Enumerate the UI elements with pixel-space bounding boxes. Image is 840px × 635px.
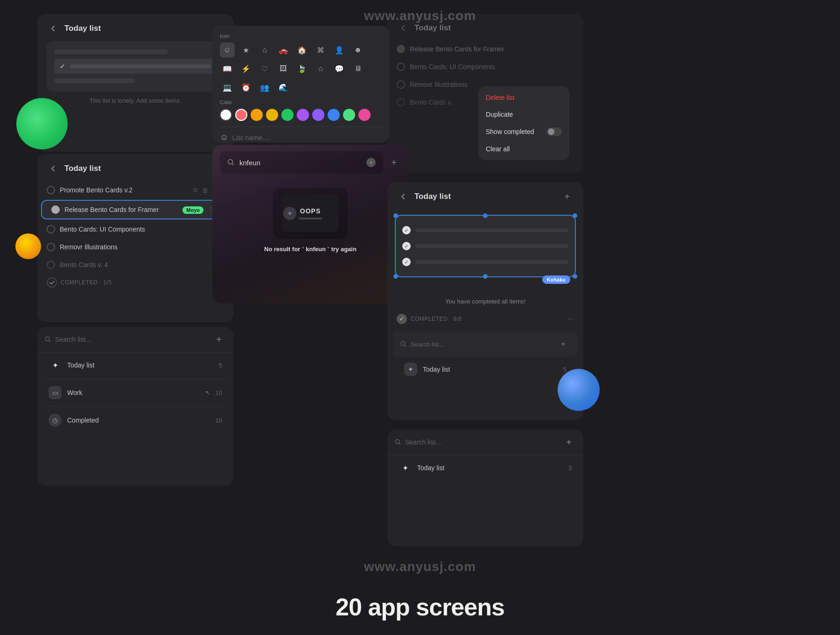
panel-rightmid: Today list + ✓ ✓ ✓ (387, 182, 583, 420)
today-item-icon-rm: ✦ (404, 363, 417, 376)
icon-cell-monitor1[interactable]: 🖥 (350, 61, 365, 76)
ctx-duplicate[interactable]: Duplicate (478, 106, 569, 123)
toggle-show-completed[interactable] (547, 127, 562, 136)
task-line-1 (54, 49, 168, 54)
search-bar-rm: + (393, 332, 578, 357)
search-list-input-br[interactable] (405, 438, 558, 446)
task-row-ml-2-dragging[interactable]: Release Bento Cards for Framer Moyo ⋮⋮ (41, 200, 230, 219)
icon-cell-heart[interactable]: ♡ (257, 61, 272, 76)
handle-bm[interactable] (483, 274, 488, 279)
today-item-label-rm: Today list (423, 366, 558, 373)
icon-cell-person[interactable]: 👤 (332, 42, 347, 57)
more-options-rm[interactable]: ··· (568, 315, 574, 323)
color-green[interactable] (281, 109, 294, 121)
oops-illustration: + OOPS (273, 188, 348, 239)
icon-cell-house[interactable]: 🏠 (294, 42, 309, 57)
icon-cell-clock[interactable]: ⏰ (238, 80, 253, 95)
icon-cell-starout[interactable]: ☆ (313, 61, 328, 76)
handle-tr[interactable] (573, 213, 577, 218)
header-left-ml: Today list (47, 162, 101, 175)
panel-midleft: Today list + Promote Bento Cards v.2 ⧉ 🗑… (37, 154, 233, 322)
search-icon-bl (45, 336, 51, 343)
add-button-rm-search[interactable]: + (556, 337, 570, 351)
icon-cell-wave[interactable]: 🌊 (276, 80, 291, 95)
task-card-line-2 (415, 244, 568, 248)
delete-icon-ml-1[interactable]: 🗑 (202, 187, 208, 194)
search-list-input-rm[interactable] (411, 341, 553, 348)
color-orange[interactable] (251, 109, 263, 121)
sidebar-item-today-rm[interactable]: ✦ Today list 5 (397, 358, 574, 381)
back-button-tr[interactable] (397, 21, 410, 35)
all-completed-area: You have completed all items! (387, 283, 583, 310)
handle-tm[interactable] (483, 213, 488, 218)
icon-cell-image[interactable]: 🖼 (276, 61, 291, 76)
sidebar-item-today-bl[interactable]: ✦ Today list 5 (41, 353, 230, 377)
task-row-ml-4[interactable]: Removr Illustrations ⋮⋮ (37, 238, 233, 256)
icon-cell-smiley[interactable]: ☺ (220, 42, 235, 57)
task-row-ml-1[interactable]: Promote Bento Cards v.2 ⧉ 🗑 ⋮⋮ (37, 181, 233, 199)
divider-bl (45, 379, 226, 379)
no-result-suffix: try again (331, 246, 357, 253)
color-red[interactable] (235, 109, 247, 121)
sidebar-item-today-br[interactable]: ✦ Today list 5 (391, 456, 580, 480)
icon-cell-group[interactable]: 👥 (257, 80, 272, 95)
icon-grid: ☺ ★ ⌂ 🚗 🏠 ⌘ 👤 ☻ 📖 ⚡ ♡ 🖼 🍃 ☆ 💬 🖥 💻 ⏰ 👥 🌊 (220, 42, 382, 95)
handle-br[interactable] (573, 274, 577, 279)
color-blue[interactable] (328, 109, 340, 121)
ctx-clear-all[interactable]: Clear all (478, 141, 569, 157)
search-clear-button[interactable]: × (366, 158, 376, 167)
task-row-tr-2: Bento Cards: UI Components (387, 58, 583, 76)
icon-cell-lightning[interactable]: ⚡ (238, 61, 253, 76)
completed-label-rm: COMPLETED (411, 316, 448, 322)
color-purple[interactable] (297, 109, 309, 121)
add-list-button-br[interactable]: + (562, 435, 576, 449)
add-list-button-bl[interactable]: + (212, 332, 226, 346)
icon-cell-cmd[interactable]: ⌘ (313, 42, 328, 57)
ctx-show-completed[interactable]: Show completed (478, 123, 569, 141)
watermark-top: www.anyusj.com (364, 8, 476, 23)
task-card-row-3: ✓ (402, 254, 568, 270)
back-button[interactable] (47, 22, 60, 35)
task-line-2 (54, 78, 135, 83)
ctx-duplicate-label: Duplicate (486, 111, 513, 118)
context-menu: Delete list Duplicate Show completed Cle… (478, 86, 569, 160)
header-left-rm: Today list (397, 190, 451, 203)
search-field[interactable] (239, 159, 362, 167)
color-white[interactable] (220, 109, 232, 121)
sidebar-item-completed-bl[interactable]: ◷ Completed 10 (41, 409, 230, 432)
add-item-button-rm[interactable]: + (560, 190, 574, 204)
search-add-button[interactable]: + (387, 155, 401, 169)
panel-header-rm: Today list + (387, 182, 583, 209)
handle-tl[interactable] (393, 213, 398, 218)
color-lime[interactable] (343, 109, 355, 121)
color-pink[interactable] (358, 109, 371, 121)
task-row-ml-3[interactable]: Bento Cards: UI Components ⋮⋮ (37, 220, 233, 238)
tag-moyo: Moyo (182, 206, 203, 214)
search-icon-rm (400, 341, 407, 347)
sidebar-item-work-bl[interactable]: ▭ Work ↖ 10 (41, 381, 230, 404)
icon-picker-panel: Icon ☺ ★ ⌂ 🚗 🏠 ⌘ 👤 ☻ 📖 ⚡ ♡ 🖼 🍃 ☆ 💬 🖥 💻 ⏰… (212, 26, 390, 142)
yellow-orb (15, 233, 41, 259)
handle-bl[interactable] (393, 274, 398, 279)
icon-cell-home[interactable]: ⌂ (257, 42, 272, 57)
icon-cell-star[interactable]: ★ (238, 42, 253, 57)
icon-cell-leaf[interactable]: 🍃 (294, 61, 309, 76)
icon-cell-chat[interactable]: 💬 (332, 61, 347, 76)
color-yellow[interactable] (266, 109, 278, 121)
completed-label-ml: COMPLETED (61, 279, 98, 286)
icon-cell-car[interactable]: 🚗 (276, 42, 291, 57)
ctx-delete[interactable]: Delete list (478, 89, 569, 106)
search-list-bar-br: + (387, 430, 583, 455)
search-list-input-bl[interactable] (55, 336, 208, 343)
task-row-ml-5[interactable]: Bento Cards v. 4 ⋮⋮ (37, 256, 233, 274)
color-violet[interactable] (312, 109, 324, 121)
header-left-tr: Today list (397, 21, 451, 35)
task-card-line-1 (415, 228, 568, 232)
icon-cell-monitor2[interactable]: 💻 (220, 80, 235, 95)
back-button-ml[interactable] (47, 162, 60, 175)
icon-cell-book[interactable]: 📖 (220, 61, 235, 76)
back-button-rm[interactable] (397, 190, 410, 203)
list-name-field[interactable] (232, 134, 382, 141)
icon-cell-face[interactable]: ☻ (350, 42, 365, 57)
completed-bar-rm: ✓ COMPLETED 8/8 ··· (387, 310, 583, 328)
